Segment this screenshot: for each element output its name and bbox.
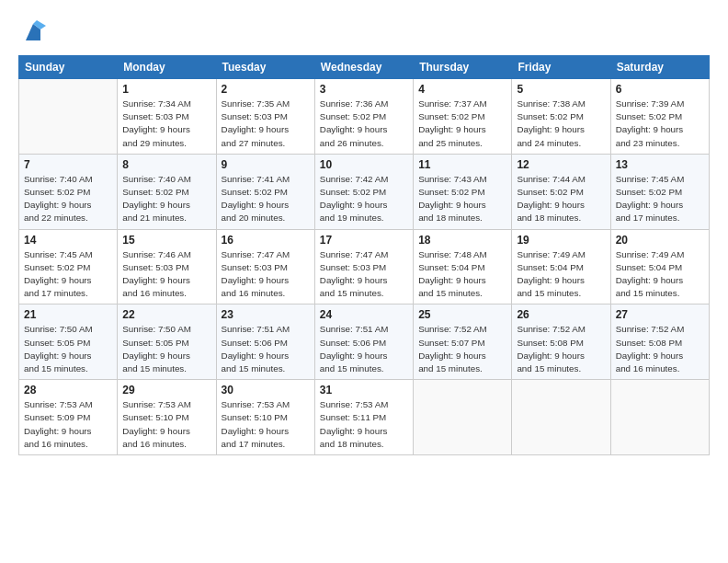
logo bbox=[18, 20, 46, 46]
day-number: 24 bbox=[320, 308, 408, 321]
day-info: Sunrise: 7:40 AM Sunset: 5:02 PM Dayligh… bbox=[122, 173, 210, 225]
weekday-header-wednesday: Wednesday bbox=[314, 56, 413, 79]
day-cell: 9Sunrise: 7:41 AM Sunset: 5:02 PM Daylig… bbox=[216, 154, 314, 229]
day-cell: 1Sunrise: 7:34 AM Sunset: 5:03 PM Daylig… bbox=[118, 79, 216, 155]
day-cell: 20Sunrise: 7:49 AM Sunset: 5:04 PM Dayli… bbox=[610, 229, 709, 304]
day-cell: 3Sunrise: 7:36 AM Sunset: 5:02 PM Daylig… bbox=[314, 79, 413, 155]
day-cell: 19Sunrise: 7:49 AM Sunset: 5:04 PM Dayli… bbox=[512, 229, 610, 304]
day-cell: 27Sunrise: 7:52 AM Sunset: 5:08 PM Dayli… bbox=[610, 304, 709, 380]
day-info: Sunrise: 7:51 AM Sunset: 5:06 PM Dayligh… bbox=[222, 323, 310, 375]
day-info: Sunrise: 7:49 AM Sunset: 5:04 PM Dayligh… bbox=[517, 248, 605, 301]
day-info: Sunrise: 7:52 AM Sunset: 5:08 PM Dayligh… bbox=[616, 323, 704, 375]
day-cell bbox=[512, 380, 610, 455]
day-cell: 26Sunrise: 7:52 AM Sunset: 5:08 PM Dayli… bbox=[512, 304, 610, 380]
day-cell: 2Sunrise: 7:35 AM Sunset: 5:03 PM Daylig… bbox=[216, 79, 314, 155]
day-number: 16 bbox=[222, 234, 310, 247]
day-cell: 8Sunrise: 7:40 AM Sunset: 5:02 PM Daylig… bbox=[118, 154, 216, 229]
day-cell: 30Sunrise: 7:53 AM Sunset: 5:10 PM Dayli… bbox=[216, 380, 314, 455]
day-number: 21 bbox=[24, 308, 112, 321]
day-info: Sunrise: 7:46 AM Sunset: 5:03 PM Dayligh… bbox=[122, 248, 210, 301]
day-cell: 4Sunrise: 7:37 AM Sunset: 5:02 PM Daylig… bbox=[414, 79, 512, 155]
day-info: Sunrise: 7:53 AM Sunset: 5:10 PM Dayligh… bbox=[122, 398, 210, 451]
weekday-header-tuesday: Tuesday bbox=[216, 56, 314, 79]
day-cell bbox=[19, 79, 118, 155]
day-cell: 14Sunrise: 7:45 AM Sunset: 5:02 PM Dayli… bbox=[19, 229, 118, 304]
day-number: 25 bbox=[418, 308, 506, 321]
week-row-4: 21Sunrise: 7:50 AM Sunset: 5:05 PM Dayli… bbox=[19, 304, 710, 380]
day-cell bbox=[610, 380, 709, 455]
day-number: 31 bbox=[320, 384, 408, 396]
day-cell: 31Sunrise: 7:53 AM Sunset: 5:11 PM Dayli… bbox=[314, 380, 413, 455]
day-cell: 10Sunrise: 7:42 AM Sunset: 5:02 PM Dayli… bbox=[314, 154, 413, 229]
page: SundayMondayTuesdayWednesdayThursdayFrid… bbox=[0, 0, 728, 563]
day-cell: 29Sunrise: 7:53 AM Sunset: 5:10 PM Dayli… bbox=[118, 380, 216, 455]
calendar-table: SundayMondayTuesdayWednesdayThursdayFrid… bbox=[18, 55, 710, 455]
weekday-header-sunday: Sunday bbox=[19, 56, 118, 79]
day-info: Sunrise: 7:47 AM Sunset: 5:03 PM Dayligh… bbox=[222, 248, 310, 301]
week-row-5: 28Sunrise: 7:53 AM Sunset: 5:09 PM Dayli… bbox=[19, 380, 710, 455]
week-row-2: 7Sunrise: 7:40 AM Sunset: 5:02 PM Daylig… bbox=[19, 154, 710, 229]
day-cell: 13Sunrise: 7:45 AM Sunset: 5:02 PM Dayli… bbox=[610, 154, 709, 229]
day-info: Sunrise: 7:50 AM Sunset: 5:05 PM Dayligh… bbox=[24, 323, 112, 375]
day-number: 22 bbox=[122, 308, 210, 321]
day-number: 2 bbox=[222, 83, 310, 96]
weekday-header-saturday: Saturday bbox=[610, 56, 709, 79]
day-number: 11 bbox=[418, 158, 506, 171]
day-info: Sunrise: 7:49 AM Sunset: 5:04 PM Dayligh… bbox=[616, 248, 704, 301]
weekday-header-friday: Friday bbox=[512, 56, 610, 79]
day-info: Sunrise: 7:45 AM Sunset: 5:02 PM Dayligh… bbox=[616, 173, 704, 225]
day-info: Sunrise: 7:53 AM Sunset: 5:11 PM Dayligh… bbox=[320, 398, 408, 451]
day-cell: 24Sunrise: 7:51 AM Sunset: 5:06 PM Dayli… bbox=[314, 304, 413, 380]
weekday-header-row: SundayMondayTuesdayWednesdayThursdayFrid… bbox=[19, 56, 710, 79]
day-info: Sunrise: 7:43 AM Sunset: 5:02 PM Dayligh… bbox=[418, 173, 506, 225]
day-number: 17 bbox=[320, 234, 408, 247]
day-info: Sunrise: 7:52 AM Sunset: 5:08 PM Dayligh… bbox=[517, 323, 605, 375]
day-number: 30 bbox=[222, 384, 310, 396]
day-number: 5 bbox=[517, 83, 605, 96]
day-number: 9 bbox=[222, 158, 310, 171]
day-cell: 16Sunrise: 7:47 AM Sunset: 5:03 PM Dayli… bbox=[216, 229, 314, 304]
day-number: 1 bbox=[122, 83, 210, 96]
day-cell: 15Sunrise: 7:46 AM Sunset: 5:03 PM Dayli… bbox=[118, 229, 216, 304]
weekday-header-thursday: Thursday bbox=[414, 56, 512, 79]
day-info: Sunrise: 7:42 AM Sunset: 5:02 PM Dayligh… bbox=[320, 173, 408, 225]
day-info: Sunrise: 7:51 AM Sunset: 5:06 PM Dayligh… bbox=[320, 323, 408, 375]
day-info: Sunrise: 7:44 AM Sunset: 5:02 PM Dayligh… bbox=[517, 173, 605, 225]
day-cell: 25Sunrise: 7:52 AM Sunset: 5:07 PM Dayli… bbox=[414, 304, 512, 380]
header bbox=[18, 17, 710, 46]
day-number: 12 bbox=[517, 158, 605, 171]
day-cell: 5Sunrise: 7:38 AM Sunset: 5:02 PM Daylig… bbox=[512, 79, 610, 155]
day-cell: 12Sunrise: 7:44 AM Sunset: 5:02 PM Dayli… bbox=[512, 154, 610, 229]
week-row-3: 14Sunrise: 7:45 AM Sunset: 5:02 PM Dayli… bbox=[19, 229, 710, 304]
week-row-1: 1Sunrise: 7:34 AM Sunset: 5:03 PM Daylig… bbox=[19, 79, 710, 155]
day-number: 19 bbox=[517, 234, 605, 247]
day-number: 4 bbox=[418, 83, 506, 96]
day-number: 6 bbox=[616, 83, 704, 96]
day-cell: 18Sunrise: 7:48 AM Sunset: 5:04 PM Dayli… bbox=[414, 229, 512, 304]
day-number: 28 bbox=[24, 384, 112, 396]
day-info: Sunrise: 7:34 AM Sunset: 5:03 PM Dayligh… bbox=[122, 98, 210, 150]
day-info: Sunrise: 7:36 AM Sunset: 5:02 PM Dayligh… bbox=[320, 98, 408, 150]
day-info: Sunrise: 7:38 AM Sunset: 5:02 PM Dayligh… bbox=[517, 98, 605, 150]
day-info: Sunrise: 7:47 AM Sunset: 5:03 PM Dayligh… bbox=[320, 248, 408, 301]
day-info: Sunrise: 7:41 AM Sunset: 5:02 PM Dayligh… bbox=[222, 173, 310, 225]
day-number: 29 bbox=[122, 384, 210, 396]
day-number: 18 bbox=[418, 234, 506, 247]
day-cell: 7Sunrise: 7:40 AM Sunset: 5:02 PM Daylig… bbox=[19, 154, 118, 229]
day-cell: 28Sunrise: 7:53 AM Sunset: 5:09 PM Dayli… bbox=[19, 380, 118, 455]
logo-icon bbox=[20, 20, 46, 46]
weekday-header-monday: Monday bbox=[118, 56, 216, 79]
day-info: Sunrise: 7:35 AM Sunset: 5:03 PM Dayligh… bbox=[222, 98, 310, 150]
day-number: 26 bbox=[517, 308, 605, 321]
day-info: Sunrise: 7:40 AM Sunset: 5:02 PM Dayligh… bbox=[24, 173, 112, 225]
day-cell: 11Sunrise: 7:43 AM Sunset: 5:02 PM Dayli… bbox=[414, 154, 512, 229]
day-number: 27 bbox=[616, 308, 704, 321]
day-info: Sunrise: 7:48 AM Sunset: 5:04 PM Dayligh… bbox=[418, 248, 506, 301]
day-number: 20 bbox=[616, 234, 704, 247]
day-number: 13 bbox=[616, 158, 704, 171]
day-info: Sunrise: 7:45 AM Sunset: 5:02 PM Dayligh… bbox=[24, 248, 112, 301]
day-info: Sunrise: 7:50 AM Sunset: 5:05 PM Dayligh… bbox=[122, 323, 210, 375]
day-number: 15 bbox=[122, 234, 210, 247]
day-cell: 23Sunrise: 7:51 AM Sunset: 5:06 PM Dayli… bbox=[216, 304, 314, 380]
day-cell: 6Sunrise: 7:39 AM Sunset: 5:02 PM Daylig… bbox=[610, 79, 709, 155]
